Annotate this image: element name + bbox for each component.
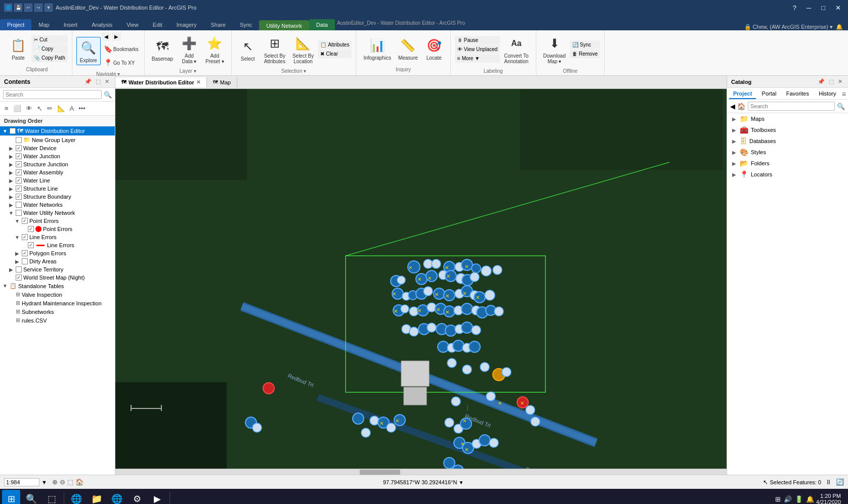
add-data-btn[interactable]: ➕ AddData ▾: [177, 32, 201, 66]
catalog-home-btn[interactable]: 🏠: [737, 103, 746, 110]
layer-line-errors-group[interactable]: ▼ Line Errors: [0, 233, 115, 241]
scale-dropdown-btn[interactable]: ▼: [41, 479, 47, 485]
arcgis-btn[interactable]: 🌐: [108, 490, 126, 504]
catalog-expand-folders[interactable]: ▶: [731, 160, 737, 166]
checkbox-dirty-areas[interactable]: [22, 258, 28, 264]
tab-imagery[interactable]: Imagery: [169, 19, 204, 30]
list-by-visibility-btn[interactable]: 👁: [24, 103, 34, 114]
explore-btn[interactable]: 🔍 Explore: [76, 37, 101, 65]
checkbox-water-utility-network[interactable]: [16, 210, 22, 216]
customize-btn[interactable]: ▼: [45, 4, 53, 12]
expand-structure-boundary[interactable]: ▶: [8, 194, 14, 200]
contents-search-btn[interactable]: 🔍: [104, 91, 112, 99]
select-by-attributes-btn[interactable]: ⊞ Select ByAttributes: [261, 32, 288, 66]
paste-btn[interactable]: 📋 Paste: [6, 34, 30, 63]
measure-btn[interactable]: 📏 Measure: [395, 34, 421, 63]
refresh-btn[interactable]: 🔄: [836, 478, 844, 486]
checkbox-line-errors-item[interactable]: [28, 242, 34, 248]
layer-point-errors-group[interactable]: ▼ Point Errors: [0, 217, 115, 225]
zoom-in-btn[interactable]: ⊕: [52, 478, 58, 486]
convert-to-annotation-btn[interactable]: Aa Convert ToAnnotation: [501, 32, 531, 66]
redo-btn[interactable]: ↪: [34, 4, 43, 12]
layer-world-street-map[interactable]: World Street Map (Night): [0, 273, 115, 282]
view-unplaced-btn[interactable]: 👁 View Unplaced: [455, 45, 500, 54]
sync-btn[interactable]: 🔄 Sync: [570, 40, 600, 49]
catalog-search-btn[interactable]: 🔍: [837, 103, 845, 110]
task-view-btn[interactable]: ⬚: [43, 490, 61, 504]
checkbox-water-line[interactable]: [16, 177, 22, 184]
expand-structure-line[interactable]: ▶: [8, 186, 14, 192]
tab-utility-network[interactable]: Utility Network: [259, 20, 309, 30]
catalog-item-locators[interactable]: ▶ 📍 Locators: [727, 169, 848, 180]
expand-service-territory[interactable]: ▶: [8, 266, 14, 272]
clear-btn[interactable]: ✖ Clear: [318, 50, 352, 58]
map-canvas[interactable]: Redbud Trl Redbud Trl Redbud Trl: [115, 89, 727, 475]
select-by-location-btn[interactable]: 📐 Select ByLocation: [289, 32, 317, 66]
map-tab-map[interactable]: 🗺 Map: [207, 77, 237, 87]
catalog-tab-history[interactable]: History: [815, 89, 840, 99]
checkbox-line-errors-group[interactable]: [22, 234, 28, 240]
catalog-expand-styles[interactable]: ▶: [731, 149, 737, 155]
select-btn[interactable]: ↖ Select: [236, 35, 260, 64]
minimize-btn[interactable]: ─: [803, 3, 814, 13]
checkbox-water-assembly[interactable]: [16, 169, 22, 175]
layer-polygon-errors[interactable]: ▶ Polygon Errors: [0, 249, 115, 257]
zoom-out-btn[interactable]: ⊖: [60, 478, 65, 486]
catalog-back-btn[interactable]: ◀: [730, 103, 735, 110]
tab-sync[interactable]: Sync: [233, 19, 259, 30]
catalog-expand-maps[interactable]: ▶: [731, 116, 737, 122]
tab-map[interactable]: Map: [31, 19, 56, 30]
catalog-tab-project[interactable]: Project: [729, 89, 756, 99]
layer-new-group[interactable]: 📁 New Group Layer: [0, 135, 115, 144]
checkbox-service-territory[interactable]: [16, 266, 22, 272]
pause-btn[interactable]: ⏸ Pause: [455, 36, 500, 44]
checkbox-world-street-map[interactable]: [16, 274, 22, 281]
catalog-menu-btn[interactable]: ≡: [842, 90, 846, 98]
catalog-item-styles[interactable]: ▶ 🎨 Styles: [727, 147, 848, 158]
checkbox-water-dist-editor[interactable]: [10, 128, 16, 134]
layer-valve-inspection[interactable]: ⊞ Valve Inspection: [0, 290, 115, 299]
layer-rules-csv[interactable]: ⊞ rules.CSV: [0, 316, 115, 325]
catalog-expand-toolboxes[interactable]: ▶: [731, 127, 737, 133]
layer-structure-junction[interactable]: ▶ Structure Junction: [0, 160, 115, 168]
start-btn[interactable]: ⊞: [2, 490, 20, 504]
full-extent-btn[interactable]: ⬚: [67, 478, 73, 486]
locate-btn[interactable]: 🎯 Locate: [422, 34, 446, 63]
list-by-source-btn[interactable]: ⬜: [12, 103, 23, 114]
notification-icon[interactable]: 🔔: [836, 24, 843, 30]
layer-dirty-areas[interactable]: ▶ Dirty Areas: [0, 257, 115, 265]
ie-btn[interactable]: 🌐: [67, 490, 86, 504]
checkbox-water-networks[interactable]: [16, 202, 22, 208]
expand-dirty-areas[interactable]: ▶: [14, 258, 20, 264]
tab-insert[interactable]: Insert: [57, 19, 85, 30]
contents-pin-btn[interactable]: 📌: [83, 78, 93, 85]
catalog-item-maps[interactable]: ▶ 📁 Maps: [727, 113, 848, 124]
coord-dropdown-btn[interactable]: ▼: [458, 480, 463, 485]
expand-water-utility-network[interactable]: ▼: [8, 210, 14, 216]
expand-water-junction[interactable]: ▶: [8, 153, 14, 159]
search-taskbar-btn[interactable]: 🔍: [22, 490, 40, 504]
catalog-pin-btn[interactable]: 📌: [816, 78, 826, 85]
checkbox-water-device[interactable]: [16, 145, 22, 151]
layer-structure-line[interactable]: ▶ Structure Line: [0, 185, 115, 193]
cut-btn[interactable]: ✂ Cut: [31, 35, 68, 44]
tab-analysis[interactable]: Analysis: [84, 19, 119, 30]
layer-point-errors-item[interactable]: Point Errors: [0, 225, 115, 233]
tab-view[interactable]: View: [119, 19, 146, 30]
remove-btn[interactable]: 🗑 Remove: [570, 50, 600, 58]
layer-water-device[interactable]: ▶ Water Device: [0, 144, 115, 152]
layer-water-utility-network[interactable]: ▼ Water Utility Network: [0, 209, 115, 217]
checkbox-point-errors-item[interactable]: [28, 226, 34, 232]
catalog-expand-locators[interactable]: ▶: [731, 171, 737, 177]
bookmarks-btn[interactable]: 🔖 Bookmarks: [102, 42, 140, 56]
expand-polygon-errors[interactable]: ▶: [14, 250, 20, 256]
tab-project[interactable]: Project: [0, 19, 31, 30]
layer-water-networks[interactable]: ▶ Water Networks: [0, 201, 115, 209]
catalog-expand-databases[interactable]: ▶: [731, 138, 737, 144]
list-by-selection-btn[interactable]: ↖: [35, 103, 44, 114]
tab-edit[interactable]: Edit: [146, 19, 169, 30]
attributes-btn[interactable]: 📋 Attributes: [318, 40, 352, 49]
add-preset-btn[interactable]: ⭐ AddPreset ▾: [202, 32, 227, 66]
home-btn[interactable]: 🏠: [75, 478, 83, 486]
undo-btn[interactable]: ↩: [24, 4, 32, 12]
